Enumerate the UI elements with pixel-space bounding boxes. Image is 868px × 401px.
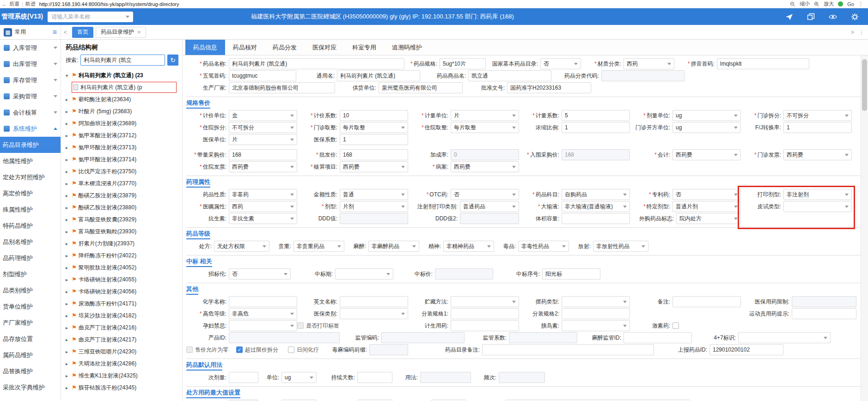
sidebar-item[interactable]: 品替换维护: [0, 363, 61, 379]
text-input[interactable]: 利马前列素片 (凯立通): [229, 58, 404, 69]
eye-icon[interactable]: [829, 13, 837, 21]
select[interactable]: 西药费: [451, 161, 519, 172]
sidebar-item[interactable]: 殊属性维护: [0, 201, 61, 218]
refresh-button[interactable]: ↻: [167, 55, 178, 66]
select[interactable]: 非贵重药品: [293, 241, 344, 252]
select[interactable]: 否: [451, 189, 519, 200]
tree-item[interactable]: ▸⚑肝素片(力勃隆)(23937): [61, 237, 182, 249]
tree-item[interactable]: ▸⚑氨甲环酸注射液(23714): [61, 153, 182, 165]
tree-item[interactable]: ▸⚑草木樨流浸液片(23770): [61, 177, 182, 189]
select[interactable]: 自购药品: [562, 189, 630, 200]
select[interactable]: [340, 308, 408, 319]
sidebar-item[interactable]: 药品目录维护: [0, 137, 61, 153]
chevron-right-icon[interactable]: ▸: [66, 325, 72, 330]
sidebar-item[interactable]: 高定价维护: [0, 185, 61, 201]
select[interactable]: 非注射剂: [783, 189, 852, 200]
text-input[interactable]: [482, 344, 654, 355]
tree-item[interactable]: ▸⚑叶酸片 (5mg) (23683): [61, 105, 182, 117]
content-tab[interactable]: 药品核对: [225, 40, 265, 55]
chevron-right-icon[interactable]: ▸: [66, 301, 72, 306]
select[interactable]: [335, 268, 393, 279]
text-input[interactable]: [420, 372, 471, 383]
back-button[interactable]: 后退: [9, 0, 19, 7]
chevron-right-icon[interactable]: ▸: [66, 253, 72, 258]
chevron-right-icon[interactable]: ▸: [66, 373, 72, 378]
select[interactable]: 普通片剂: [672, 201, 741, 212]
checkbox[interactable]: [672, 322, 679, 329]
tree-item[interactable]: ▸⚑维生素K1注射液(24325): [61, 370, 182, 382]
select[interactable]: 每片取整: [340, 122, 408, 133]
content-tab[interactable]: 科室专用: [344, 40, 384, 55]
text-input[interactable]: tcuggtmuc: [229, 70, 296, 81]
chevron-right-icon[interactable]: ▸: [66, 229, 72, 234]
text-input[interactable]: [792, 296, 856, 307]
select[interactable]: 西药: [623, 58, 674, 69]
chevron-right-icon[interactable]: ▸: [66, 277, 72, 282]
tree-item[interactable]: ▸⚑富马酸亚铁胶囊(23929): [61, 213, 182, 225]
tree-item[interactable]: ▸⚑尿激酶冻干粉针(24171): [61, 298, 182, 310]
text-input[interactable]: 泉州鹭燕医药有限公司: [379, 82, 463, 93]
sidebar-item[interactable]: 品存放位置: [0, 331, 61, 347]
chevron-right-icon[interactable]: ▸: [66, 241, 72, 246]
text-input[interactable]: 168: [229, 149, 297, 160]
content-tab[interactable]: 医保对应: [305, 40, 344, 55]
tree-search-input[interactable]: 利马前列素片 (凯立: [80, 55, 165, 66]
text-input[interactable]: 168: [340, 149, 408, 160]
quick-menu[interactable]: ▦ 常用 ≡: [0, 25, 61, 39]
text-input[interactable]: [623, 332, 692, 343]
url-text[interactable]: http://192.168.190.44:8000/his-yk/app/#/…: [39, 1, 790, 7]
chevron-right-icon[interactable]: ▸: [66, 121, 72, 126]
text-input[interactable]: [792, 308, 856, 319]
text-input[interactable]: [451, 320, 519, 331]
chevron-right-icon[interactable]: ▸: [66, 337, 72, 342]
zoom-in-icon[interactable]: [814, 1, 819, 7]
select[interactable]: [451, 296, 519, 307]
sidebar-item[interactable]: 采批次字典维护: [0, 379, 61, 395]
tree-item[interactable]: ▾⚑利马前列素片 (凯立通) (23: [61, 69, 182, 81]
select[interactable]: 不可拆分: [783, 110, 852, 121]
vertical-scrollbar[interactable]: [861, 55, 868, 401]
gear-icon[interactable]: [851, 13, 859, 21]
chevron-right-icon[interactable]: ▸: [66, 169, 72, 174]
text-input[interactable]: 利马前列素片 (凯立通): [337, 70, 420, 81]
tree-item[interactable]: ▸⚑天晴洛欣注射液(24286): [61, 358, 182, 370]
select[interactable]: 无处方权限: [214, 241, 269, 252]
select[interactable]: 否: [229, 268, 291, 279]
zoom-in-button[interactable]: 放大: [824, 0, 834, 7]
select[interactable]: [783, 201, 852, 212]
tree-item[interactable]: ▸⚑降纤酶冻干粉针(24022): [61, 249, 182, 261]
text-input[interactable]: 1: [783, 122, 852, 133]
text-input[interactable]: [229, 372, 258, 383]
chevron-down-icon[interactable]: ▾: [66, 73, 72, 78]
select[interactable]: 片: [229, 134, 297, 145]
content-tab[interactable]: 药品分发: [265, 40, 305, 55]
select[interactable]: [562, 320, 630, 331]
tree-item[interactable]: ▸⚑阿加曲班注射液(23689): [61, 117, 182, 129]
text-input[interactable]: [340, 213, 408, 224]
tree-item[interactable]: ▸⚑曲克芦丁注射液(24216): [61, 322, 182, 334]
select[interactable]: ug: [672, 122, 741, 133]
select[interactable]: 西药费: [783, 149, 852, 160]
tree-item[interactable]: ▸⚑聚明胶肽注射液(24052): [61, 261, 182, 273]
select[interactable]: 片剂: [340, 201, 408, 212]
text-input[interactable]: 0: [451, 149, 519, 160]
tree-item[interactable]: ▸⚑曲克芦丁注射液(24217): [61, 334, 182, 346]
text-input[interactable]: 北京泰德制药股份有限公司: [229, 82, 335, 93]
text-input[interactable]: 凯立通: [468, 70, 551, 81]
text-input[interactable]: [229, 332, 340, 343]
sidebar-item[interactable]: 定处方对照维护: [0, 169, 61, 185]
select[interactable]: [229, 320, 297, 331]
text-input[interactable]: [357, 372, 392, 383]
tree-item[interactable]: ▸⚑卡络磺钠注射液(24055): [61, 273, 182, 286]
text-input[interactable]: 5: [562, 110, 630, 121]
text-input[interactable]: 10: [340, 110, 408, 121]
sidebar-item[interactable]: 品别名维护: [0, 234, 61, 250]
sidebar-item[interactable]: 系统维护: [0, 121, 61, 137]
text-input[interactable]: [562, 308, 630, 319]
select[interactable]: ug: [281, 372, 317, 383]
checkbox[interactable]: ✓: [236, 346, 243, 353]
chevron-right-icon[interactable]: ▸: [66, 349, 72, 354]
select[interactable]: 否: [540, 58, 581, 69]
tree-item[interactable]: ▸⚑卡络磺钠注射液(24056): [61, 286, 182, 298]
sidebar-item[interactable]: 属药品维护: [0, 347, 61, 363]
